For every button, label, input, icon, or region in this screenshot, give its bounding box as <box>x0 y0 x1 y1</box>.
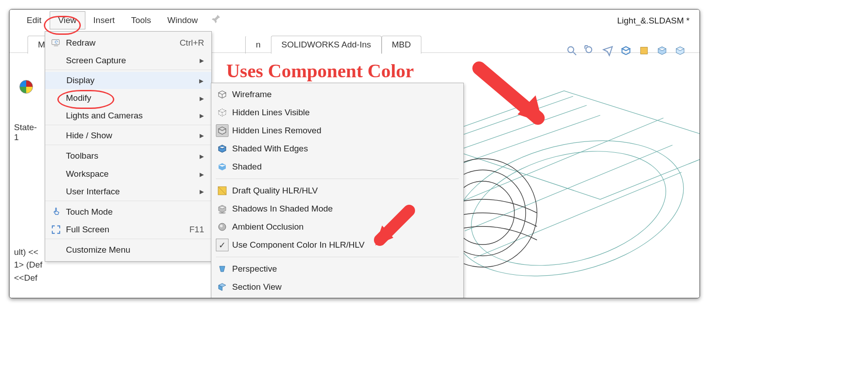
menu-item-label: Touch Mode <box>66 207 204 217</box>
svg-point-12 <box>219 212 226 214</box>
menu-item-label: Shaded With Edges <box>232 144 455 154</box>
submenu-arrow-icon: ▸ <box>200 110 204 121</box>
menu-item-label: Shadows In Shaded Mode <box>232 204 455 214</box>
svg-point-5 <box>459 132 678 284</box>
menu-lights-cameras[interactable]: Lights and Cameras ▸ <box>45 107 211 125</box>
ribbon-tab-mbd[interactable]: MBD <box>382 36 421 54</box>
submenu-shadows[interactable]: Shadows In Shaded Mode <box>211 200 463 218</box>
svg-point-2 <box>586 47 592 52</box>
menu-full-screen[interactable]: Full Screen F11 <box>45 221 211 239</box>
menu-item-label: Customize Menu <box>66 245 204 255</box>
menu-screen-capture[interactable]: Screen Capture ▸ <box>45 52 211 70</box>
shaded-edges-icon <box>216 142 229 155</box>
redraw-icon <box>50 37 62 49</box>
menu-item-label: Redraw <box>66 38 180 48</box>
document-title: Light_&.SLDASM * <box>607 12 700 29</box>
menu-item-label: Shaded <box>232 162 455 172</box>
tree-line: 1> (Def <box>14 259 42 272</box>
svg-line-1 <box>573 52 576 55</box>
prev-view-icon[interactable] <box>601 44 615 57</box>
submenu-wireframe[interactable]: Wireframe <box>211 85 463 104</box>
menu-item-label: Toolbars <box>66 151 195 161</box>
annotation-text: Uses Component Color <box>226 60 414 82</box>
svg-point-14 <box>220 225 223 227</box>
display-submenu: Wireframe Hidden Lines Visible Hidden Li… <box>211 83 464 298</box>
svg-rect-3 <box>640 47 647 54</box>
section-view-icon[interactable] <box>619 44 633 57</box>
menu-edit[interactable]: Edit <box>19 12 50 29</box>
menu-item-label: Screen Capture <box>66 56 195 66</box>
submenu-perspective[interactable]: Perspective <box>211 260 463 278</box>
submenu-ambient-occlusion[interactable]: Ambient Occlusion <box>211 218 463 236</box>
submenu-use-component-color[interactable]: ✓ Use Component Color In HLR/HLV <box>211 236 463 254</box>
svg-point-0 <box>568 47 574 52</box>
menu-item-label: Section View <box>232 282 455 292</box>
submenu-hlv[interactable]: Hidden Lines Visible <box>211 104 463 122</box>
submenu-arrow-icon: ▸ <box>200 151 204 161</box>
shaded-icon <box>216 160 229 173</box>
shadows-icon <box>216 202 229 215</box>
submenu-arrow-icon: ▸ <box>200 130 204 141</box>
menubar: Edit View Insert Tools Window Light_&.SL… <box>9 9 700 31</box>
menu-item-label: Ambient Occlusion <box>232 222 455 232</box>
menu-tools[interactable]: Tools <box>123 12 159 29</box>
submenu-arrow-icon: ▸ <box>200 55 204 66</box>
menu-hide-show[interactable]: Hide / Show ▸ <box>45 127 211 145</box>
app-window: Edit View Insert Tools Window Light_&.SL… <box>9 9 700 298</box>
menu-display[interactable]: Display ▸ <box>45 72 211 89</box>
menu-workspace[interactable]: Workspace ▸ <box>45 165 211 183</box>
menu-item-label: Perspective <box>232 264 455 274</box>
zoom-area-icon[interactable] <box>583 44 597 57</box>
menu-toolbars[interactable]: Toolbars ▸ <box>45 147 211 165</box>
menu-item-label: Use Component Color In HLR/HLV <box>232 240 455 250</box>
checkmark-icon: ✓ <box>216 239 229 251</box>
menu-user-interface[interactable]: User Interface ▸ <box>45 183 211 201</box>
submenu-arrow-icon: ▸ <box>200 93 204 104</box>
annotation-arrow-icon <box>366 204 420 254</box>
menu-shortcut: Ctrl+R <box>180 38 204 48</box>
touch-icon <box>50 206 62 218</box>
menu-window[interactable]: Window <box>159 12 206 29</box>
separator <box>216 257 459 257</box>
submenu-arrow-icon: ▸ <box>200 186 204 197</box>
ribbon-tab-right-partial: n <box>245 36 271 54</box>
ambient-occlusion-icon <box>216 221 229 233</box>
menu-item-label: Draft Quality HLR/HLV <box>232 186 455 196</box>
submenu-section-view[interactable]: Section View <box>211 278 463 296</box>
menu-customize[interactable]: Customize Menu <box>45 241 211 259</box>
display-state-label: State-1 <box>14 122 41 142</box>
menu-item-label: User Interface <box>66 187 195 197</box>
menu-item-label: Hide / Show <box>66 131 195 141</box>
submenu-shaded[interactable]: Shaded <box>211 158 463 176</box>
menu-touch-mode[interactable]: Touch Mode <box>45 203 211 221</box>
section-icon <box>216 281 229 293</box>
view-menu: Redraw Ctrl+R Screen Capture ▸ Display ▸… <box>45 31 212 262</box>
display-style-icon[interactable] <box>655 44 669 57</box>
hide-show-icon[interactable] <box>673 44 687 57</box>
zoom-fit-icon[interactable] <box>565 44 579 57</box>
draft-quality-icon <box>216 184 229 197</box>
menu-shortcut: F11 <box>189 225 204 235</box>
perspective-icon <box>216 263 229 275</box>
hlr-icon <box>216 124 229 137</box>
tree-line: <<Def <box>14 272 42 285</box>
menu-insert[interactable]: Insert <box>85 12 123 29</box>
submenu-shaded-edges[interactable]: Shaded With Edges <box>211 140 463 158</box>
svg-point-4 <box>439 118 698 298</box>
tree-fragment: ult) << 1> (Def <<Def <box>14 246 42 285</box>
menu-modify[interactable]: Modify ▸ <box>45 89 211 107</box>
appearance-icon[interactable] <box>19 80 33 94</box>
submenu-arrow-icon: ▸ <box>200 169 204 179</box>
view-orient-icon[interactable] <box>637 44 651 57</box>
wireframe-icon <box>216 88 229 101</box>
submenu-hlr[interactable]: Hidden Lines Removed <box>211 122 463 140</box>
svg-rect-10 <box>52 40 59 45</box>
pin-icon[interactable] <box>211 14 221 27</box>
menu-item-label: Full Screen <box>66 225 189 235</box>
submenu-draft-quality[interactable]: Draft Quality HLR/HLV <box>211 182 463 200</box>
menu-redraw[interactable]: Redraw Ctrl+R <box>45 34 211 52</box>
annotation-arrow-icon <box>470 59 560 136</box>
hlv-icon <box>216 106 229 119</box>
menu-view[interactable]: View <box>50 11 85 29</box>
ribbon-tab-addins[interactable]: SOLIDWORKS Add-Ins <box>271 36 382 54</box>
